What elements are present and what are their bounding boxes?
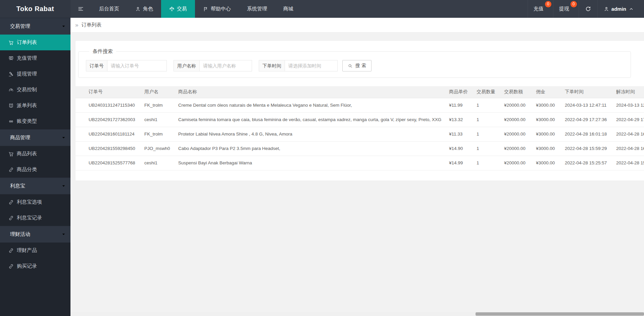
chevron-down-icon: [61, 232, 66, 236]
search-button-label: 搜 索: [355, 63, 366, 69]
nav-item-label: 交易: [177, 6, 187, 12]
sidebar-group-2[interactable]: 商品管理: [0, 129, 70, 146]
chevron-down-icon: [61, 24, 66, 29]
sidebar-item-label: 利息宝选项: [17, 199, 42, 205]
search-button[interactable]: 搜 索: [342, 60, 371, 71]
sidebar-item-label: 商品分类: [17, 166, 37, 173]
table-row: UB2204281559298450PJO_mswh0Cabo Adaptado…: [76, 141, 644, 156]
sidebar-item-4-1[interactable]: 理财产品: [0, 243, 70, 258]
sidebar-group-4[interactable]: 理财活动: [0, 226, 70, 243]
caret-up-icon: [629, 6, 634, 12]
search-field-label: 下单时间: [259, 60, 285, 71]
column-header-order-no: 订单号: [76, 86, 144, 98]
cell-username: ceshi1: [144, 156, 178, 170]
cell-unfreeze-time: 2022-04-29 17: [616, 112, 644, 127]
infinity-icon: [8, 119, 14, 124]
topbar-action-label: 充值: [534, 6, 544, 12]
horizontal-scrollbar-thumb[interactable]: [476, 312, 644, 316]
column-header-product-name: 商品名称: [178, 86, 449, 98]
orders-table-wrap: 订单号用户名商品名称商品单价交易数量交易数额佣金下单时间解冻时间 UB24031…: [76, 86, 644, 170]
cell-commission: ¥3000.00: [536, 156, 565, 170]
sidebar-item-4-2[interactable]: 购买记录: [0, 258, 70, 274]
cell-order-no: UB2204291727362003: [76, 112, 144, 127]
search-legend: 条件搜索: [89, 48, 116, 55]
cell-order-time: 2022-04-28 15:59:29: [565, 141, 616, 156]
search-field-group-1: 订单号: [86, 60, 167, 71]
sidebar-item-1-3[interactable]: 提现管理: [0, 66, 70, 82]
sidebar-collapse-button[interactable]: [70, 0, 91, 18]
cell-product-name: Protetor Labial Nivea Amora Shine , 4.8 …: [178, 127, 449, 141]
search-field-label: 用户名称: [174, 60, 200, 71]
table-row: UB2204281601181124FK_trolmProtetor Labia…: [76, 127, 644, 141]
gavel-icon: [8, 71, 14, 77]
column-header-trade-amount: 交易数额: [504, 86, 536, 98]
topbar-action-2[interactable]: 提现0: [553, 0, 579, 18]
cell-commission: ¥3000.00: [536, 112, 565, 127]
cell-trade-qty: 1: [477, 141, 504, 156]
sidebar-item-1-4[interactable]: 交易控制: [0, 82, 70, 98]
refresh-button[interactable]: [579, 0, 597, 18]
refresh-icon: [585, 6, 591, 12]
main-area: » 订单列表 条件搜索 订单号用户名称下单时间搜 索 订单号用户名商品名称商品单…: [70, 18, 644, 316]
search-field-input-2[interactable]: [199, 60, 252, 71]
nav-item-label: 后台首页: [99, 6, 119, 12]
nav-item-4[interactable]: 帮助中心: [195, 0, 239, 18]
search-field-label: 订单号: [86, 60, 107, 71]
book-icon: [8, 103, 14, 108]
table-row: UB2204291727362003ceshi1Camiseta feminin…: [76, 112, 644, 127]
nav-item-3[interactable]: 交易: [161, 0, 195, 18]
search-field-input-1[interactable]: [107, 60, 167, 71]
page-title: 订单列表: [81, 22, 101, 28]
sidebar-item-1-6[interactable]: 账变类型: [0, 113, 70, 129]
nav-item-label: 角色: [143, 6, 153, 12]
sidebar-item-2-1[interactable]: 商品列表: [0, 146, 70, 162]
nav-item-label: 帮助中心: [211, 6, 231, 12]
sidebar-group-label: 利息宝: [10, 183, 25, 189]
sidebar-item-1-2[interactable]: 充值管理: [0, 50, 70, 66]
sidebar-group-3[interactable]: 利息宝: [0, 177, 70, 194]
nav-item-6[interactable]: 商城: [275, 0, 301, 18]
cell-commission: ¥3000.00: [536, 141, 565, 156]
search-field-group-3: 下单时间: [259, 60, 338, 71]
cell-unit-price: ¥11.33: [449, 127, 477, 141]
cell-trade-amount: ¥20000.00: [504, 156, 536, 170]
breadcrumb-marker-icon: »: [75, 22, 78, 29]
search-field-input-3[interactable]: [285, 60, 338, 71]
link-icon: [8, 248, 14, 253]
horizontal-scrollbar[interactable]: [70, 312, 644, 316]
cell-product-name: Creme Dental com óleos naturais de Menta…: [178, 98, 449, 112]
nav-item-5[interactable]: 系统管理: [239, 0, 275, 18]
sidebar-item-1-1[interactable]: 订单列表: [0, 35, 70, 50]
cell-order-time: 2024-03-13 12:47:11: [565, 98, 616, 112]
content-card: 条件搜索 订单号用户名称下单时间搜 索 订单号用户名商品名称商品单价交易数量交易…: [76, 41, 644, 180]
sidebar-item-1-5[interactable]: 派单列表: [0, 98, 70, 113]
column-header-unfreeze-time: 解冻时间: [616, 86, 644, 98]
nav-item-1[interactable]: 后台首页: [91, 0, 127, 18]
sidebar-item-label: 订单列表: [17, 39, 37, 46]
board-icon: [8, 56, 14, 61]
column-header-commission: 佣金: [536, 86, 565, 98]
sidebar-item-2-2[interactable]: 商品分类: [0, 162, 70, 177]
sidebar-group-1[interactable]: 交易管理: [0, 18, 70, 35]
cell-trade-amount: ¥20000.00: [504, 98, 536, 112]
cell-username: PJO_mswh0: [144, 141, 178, 156]
sidebar-item-label: 账变类型: [17, 118, 37, 124]
table-row: UB2403131247115340FK_trolmCreme Dental c…: [76, 98, 644, 112]
topbar-action-1[interactable]: 充值0: [528, 0, 553, 18]
user-icon: [135, 6, 141, 12]
column-header-order-time: 下单时间: [565, 86, 616, 98]
chevron-down-icon: [61, 136, 66, 140]
cell-unit-price: ¥11.99: [449, 98, 477, 112]
sidebar-item-3-1[interactable]: 利息宝选项: [0, 194, 70, 210]
cell-product-name: Camiseta feminina tomara que caia, blusa…: [178, 112, 449, 127]
sidebar-item-3-2[interactable]: 利息宝记录: [0, 210, 70, 226]
cell-username: FK_trolm: [144, 127, 178, 141]
nav-item-2[interactable]: 角色: [127, 0, 161, 18]
cell-commission: ¥3000.00: [536, 127, 565, 141]
cell-product-name: Cabo Adaptador P3 Para P2 3.5mm para Hea…: [178, 141, 449, 156]
cell-product-name: Suspensi Bayi Anak Berbagai Warna: [178, 156, 449, 170]
cell-trade-qty: 1: [477, 112, 504, 127]
link-icon: [8, 264, 14, 269]
user-menu[interactable]: admin: [597, 0, 640, 18]
cell-commission: ¥3000.00: [536, 98, 565, 112]
